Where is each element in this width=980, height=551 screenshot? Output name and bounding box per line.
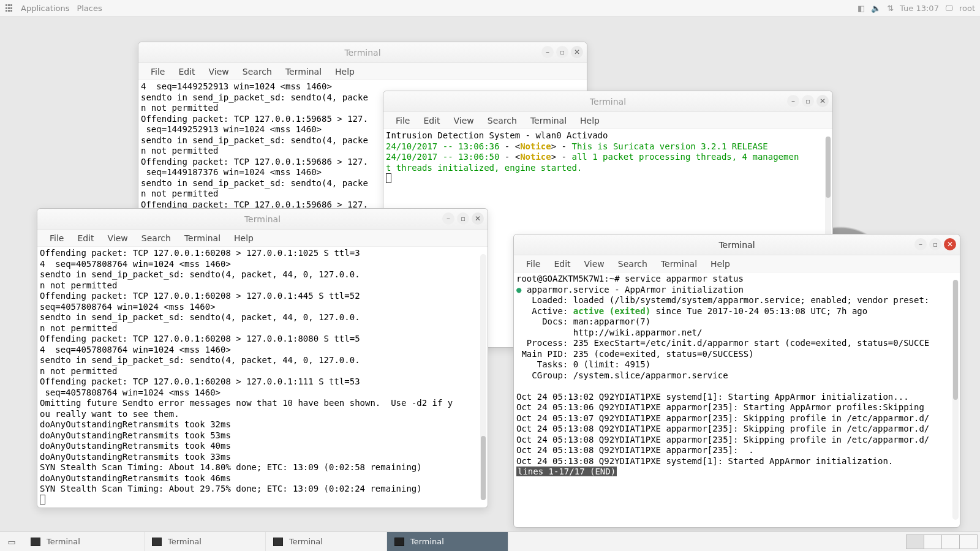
close-button[interactable]: ✕ (571, 46, 583, 58)
minimize-button[interactable]: – (541, 46, 554, 58)
log-level: Notice (520, 141, 551, 151)
tasks-line: Tasks: 0 (limit: 4915) (516, 359, 650, 369)
menu-help[interactable]: Help (228, 231, 260, 246)
log-line: Oct 24 05:13:08 Q92YDIAT1PXE apparmor[23… (516, 445, 754, 455)
bottom-panel: ▭ Terminal Terminal Terminal Terminal (0, 531, 980, 551)
menubar: File Edit View Search Terminal Help (383, 112, 832, 129)
scrollbar[interactable] (952, 280, 959, 520)
menu-terminal[interactable]: Terminal (655, 257, 703, 271)
menu-file[interactable]: File (390, 113, 416, 128)
menu-terminal[interactable]: Terminal (279, 64, 328, 79)
taskbar-item[interactable]: Terminal (266, 532, 387, 551)
active-status: active (exited) (573, 306, 650, 316)
apps-grid-icon[interactable] (5, 4, 13, 13)
terminal-output[interactable]: Offending packet: TCP 127.0.0.1:60208 > … (37, 247, 488, 508)
tray-display-icon[interactable]: 🖵 (945, 4, 953, 13)
cursor (386, 173, 391, 183)
menu-terminal[interactable]: Terminal (178, 231, 227, 246)
terminal-icon (152, 538, 162, 546)
scrollbar[interactable] (480, 254, 486, 500)
minimize-button[interactable]: – (442, 212, 454, 225)
maximize-button[interactable]: ▫ (556, 46, 568, 58)
menu-view[interactable]: View (102, 231, 134, 246)
terminal-window-4[interactable]: Terminal – ▫ ✕ File Edit View Search Ter… (513, 234, 960, 528)
workspace-3[interactable] (941, 534, 960, 549)
loaded-line: Loaded: loaded (/lib/systemd/system/appa… (516, 295, 929, 305)
log-line: Oct 24 05:13:08 Q92YDIAT1PXE apparmor[23… (516, 424, 929, 433)
clock[interactable]: Tue 13:07 (900, 4, 939, 13)
status-dot-icon: ● (516, 285, 521, 294)
user-label[interactable]: root (959, 4, 975, 13)
menu-search[interactable]: Search (135, 231, 177, 246)
titlebar[interactable]: Terminal – ▫ ✕ (383, 91, 832, 112)
workspace-2[interactable] (924, 534, 942, 549)
menu-file[interactable]: File (520, 257, 546, 271)
workspace-4[interactable] (959, 534, 978, 549)
window-title: Terminal (244, 214, 281, 224)
prompt-line: root@GOAZKTM5K7W1:~# service apparmor st… (516, 274, 744, 283)
close-button[interactable]: ✕ (816, 95, 829, 107)
menu-file[interactable]: File (43, 231, 70, 246)
menu-terminal[interactable]: Terminal (524, 113, 573, 128)
maximize-button[interactable]: ▫ (929, 238, 941, 250)
menu-search[interactable]: Search (236, 64, 278, 79)
output-text: Offending packet: TCP 127.0.0.1:60208 > … (40, 248, 453, 493)
tray-volume-icon[interactable]: 🔈 (871, 4, 881, 13)
close-button[interactable]: ✕ (472, 212, 484, 225)
taskbar-item[interactable]: Terminal (23, 532, 145, 551)
log-level: Notice (520, 152, 551, 162)
taskbar-item-active[interactable]: Terminal (387, 532, 508, 551)
menu-view[interactable]: View (578, 257, 611, 271)
cursor (40, 495, 45, 504)
log-line: Oct 24 05:13:06 Q92YDIAT1PXE apparmor[23… (516, 402, 924, 412)
active-since: since Tue 2017-10-24 05:13:08 UTC; 7h ag… (650, 306, 867, 316)
terminal-window-3[interactable]: Terminal – ▫ ✕ File Edit View Search Ter… (37, 208, 488, 508)
maximize-button[interactable]: ▫ (457, 212, 469, 225)
top-panel: Applications Places ◧ 🔈 ⇅ Tue 13:07 🖵 ro… (0, 0, 980, 17)
menu-help[interactable]: Help (329, 64, 361, 79)
log-msg: This is Suricata version 3.2.1 RELEASE (571, 141, 767, 151)
mainpid-line: Main PID: 235 (code=exited, status=0/SUC… (516, 349, 754, 359)
timestamp: 24/10/2017 -- 13:06:50 (386, 152, 499, 162)
titlebar[interactable]: Terminal – ▫ ✕ (37, 209, 488, 230)
minimize-button[interactable]: – (914, 238, 927, 250)
titlebar[interactable]: Terminal – ▫ ✕ (138, 42, 587, 63)
workspace-1[interactable] (906, 534, 924, 549)
log-line: Oct 24 05:13:08 Q92YDIAT1PXE systemd[1]:… (516, 456, 893, 466)
menubar: File Edit View Search Terminal Help (138, 63, 587, 80)
close-button[interactable]: ✕ (944, 238, 956, 250)
taskbar-item[interactable]: Terminal (145, 532, 266, 551)
window-title: Terminal (718, 240, 755, 250)
maximize-button[interactable]: ▫ (802, 95, 814, 107)
menu-view[interactable]: View (203, 64, 235, 79)
terminal-icon (31, 538, 40, 546)
menubar: File Edit View Search Terminal Help (514, 255, 960, 272)
menu-edit[interactable]: Edit (417, 113, 446, 128)
menu-file[interactable]: File (145, 64, 171, 79)
terminal-icon (273, 538, 283, 546)
process-line: Process: 235 ExecStart=/etc/init.d/appar… (516, 338, 929, 348)
menu-edit[interactable]: Edit (548, 257, 576, 271)
menu-help[interactable]: Help (704, 257, 736, 271)
tray-recorder-icon[interactable]: ◧ (858, 4, 865, 13)
menu-edit[interactable]: Edit (71, 231, 100, 246)
minimize-button[interactable]: – (787, 95, 799, 107)
menu-search[interactable]: Search (481, 113, 523, 128)
docs-line: Docs: man:apparmor(7) (516, 317, 650, 326)
window-title: Terminal (344, 48, 380, 58)
docs-line: http://wiki.apparmor.net/ (516, 328, 702, 337)
log-line: Oct 24 05:13:08 Q92YDIAT1PXE apparmor[23… (516, 435, 929, 444)
menu-help[interactable]: Help (574, 113, 606, 128)
applications-menu[interactable]: Applications (21, 4, 69, 13)
log-msg: t threads initialized, engine started. (386, 163, 582, 173)
menu-edit[interactable]: Edit (172, 64, 201, 79)
places-menu[interactable]: Places (77, 4, 102, 13)
titlebar[interactable]: Terminal – ▫ ✕ (514, 234, 960, 255)
menu-search[interactable]: Search (612, 257, 654, 271)
menu-view[interactable]: View (448, 113, 480, 128)
terminal-output[interactable]: root@GOAZKTM5K7W1:~# service apparmor st… (514, 272, 960, 527)
show-desktop-button[interactable]: ▭ (0, 532, 23, 551)
ids-header: Intrusion Detection System - wlan0 Activ… (386, 130, 608, 140)
window-title: Terminal (590, 97, 626, 107)
tray-network-icon[interactable]: ⇅ (887, 4, 894, 13)
